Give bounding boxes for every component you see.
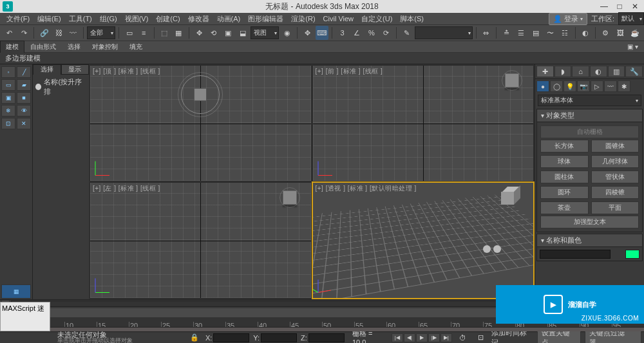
ribbon-tab-modeling[interactable]: 建模 (0, 41, 24, 53)
primitive-button-管状体[interactable]: 管状体 (591, 171, 639, 183)
prev-frame-button[interactable]: ◀| (404, 333, 415, 342)
cameras-subtab[interactable]: 📷 (577, 80, 590, 92)
window-crossing-button[interactable]: ▦ (172, 26, 185, 40)
select-move-button[interactable]: ✥ (193, 26, 206, 40)
menu-modifiers[interactable]: 修改器 (184, 14, 213, 24)
goto-end-button[interactable]: ▶| (440, 333, 452, 342)
login-button[interactable]: 👤登录▾ (549, 13, 587, 25)
helpers-subtab[interactable]: ▷ (591, 80, 603, 92)
ribbon-tab-populate[interactable]: 填充 (124, 41, 148, 53)
select-scale-button[interactable]: ▣ (222, 26, 235, 40)
isolate-toggle-icon[interactable]: ⊡ (474, 331, 488, 344)
menu-edit[interactable]: 编辑(E) (33, 14, 65, 24)
rect-select-region-button[interactable]: ⬚ (157, 26, 171, 40)
display-tab[interactable]: ▥ (608, 66, 625, 77)
element-mode-icon[interactable]: ▣ (1, 92, 15, 104)
primitive-button-茶壶[interactable]: 茶壶 (540, 201, 589, 214)
next-frame-button[interactable]: |▶ (428, 333, 440, 342)
menu-graph-editors[interactable]: 图形编辑器 (244, 14, 287, 24)
coord-z-input[interactable] (308, 333, 345, 342)
render-setup-button[interactable]: ⚙ (599, 26, 612, 40)
viewcube-left[interactable] (283, 190, 297, 205)
align-button[interactable]: ≛ (500, 26, 513, 40)
primitive-button-几何球体[interactable]: 几何球体 (591, 155, 639, 168)
menu-views[interactable]: 视图(V) (121, 14, 153, 24)
snap-toggle-button[interactable]: 3 (336, 26, 349, 40)
viewcube-front[interactable] (505, 73, 519, 88)
play-button[interactable]: ▶ (416, 333, 428, 342)
menu-file[interactable]: 文件(F) (3, 14, 33, 24)
isolate-icon[interactable]: ⊡ (1, 118, 15, 129)
rollout-object-type[interactable]: ▾ 对象类型 (536, 109, 643, 122)
primitive-button-平面[interactable]: 平面 (591, 201, 639, 214)
viewport-front-label[interactable]: [+] [前 ] [标准 ] [线框 ] (316, 67, 383, 76)
toggle-ribbon-button[interactable]: ▤ (529, 26, 543, 40)
viewport-left-label[interactable]: [+] [左 ] [标准 ] [线框 ] (93, 184, 160, 193)
ribbon-tab-object[interactable]: 对象控制 (86, 41, 124, 53)
scene-tab-select[interactable]: 选择 (33, 64, 61, 75)
xview-icon[interactable]: ✕ (17, 118, 31, 129)
freeze-icon[interactable]: ❄ (1, 105, 15, 116)
link-button[interactable]: 🔗 (37, 26, 51, 40)
steering-wheel-icon[interactable] (483, 245, 501, 253)
viewport-left[interactable]: [+] [左 ] [标准 ] [线框 ] (90, 182, 312, 299)
ribbon-tab-selection[interactable]: 选择 (62, 41, 86, 53)
scene-sort-label[interactable]: 名称(按升序排 (44, 77, 86, 97)
primitive-button-长方体[interactable]: 长方体 (540, 140, 589, 153)
menu-create[interactable]: 创建(C) (152, 14, 184, 24)
viewcube-top[interactable] (181, 75, 220, 114)
maximize-button[interactable]: □ (612, 2, 627, 11)
hierarchy-tab[interactable]: ⌂ (572, 66, 589, 77)
minimize-button[interactable]: — (596, 2, 612, 11)
viewport-top[interactable]: [+] [顶 ] [标准 ] [线框 ] (90, 65, 312, 181)
named-selset-dropdown[interactable] (415, 26, 473, 39)
viewport-perspective[interactable]: [+] [透视 ] [标准 ] [默认明暗处理 ] (312, 182, 535, 299)
ribbon-tab-freeform[interactable]: 自由形式 (24, 41, 62, 53)
manipulate-button[interactable]: ✥ (301, 26, 314, 40)
select-object-button[interactable]: ▭ (122, 26, 136, 40)
workspace-dropdown[interactable]: 默认 (618, 12, 644, 25)
enhanced-text-button[interactable]: 加强型文本 (540, 216, 639, 228)
menu-civil-view[interactable]: Civil View (319, 15, 357, 23)
lock-selection-icon[interactable]: 🔒 (187, 331, 202, 344)
rollout-name-color[interactable]: ▾ 名称和颜色 (536, 234, 643, 247)
border-mode-icon[interactable]: ▭ (1, 79, 15, 91)
primitive-button-圆柱体[interactable]: 圆柱体 (540, 171, 589, 183)
menu-rendering[interactable]: 渲染(R) (287, 14, 319, 24)
viewport-layout-icon[interactable]: ▦ (1, 284, 31, 299)
object-color-swatch[interactable] (625, 250, 639, 259)
scene-tab-display[interactable]: 显示 (61, 64, 90, 75)
spinner-snap-button[interactable]: ⟳ (379, 26, 393, 40)
ribbon-toggle-icon[interactable]: ▣ ▾ (621, 41, 644, 52)
rendered-frame-button[interactable]: 🖼 (614, 26, 627, 40)
mirror-button[interactable]: ⇔ (480, 26, 493, 40)
maxscript-mini-listener[interactable]: MAXScript 迷 (0, 302, 50, 331)
schematic-view-button[interactable]: ☷ (558, 26, 572, 40)
bind-spacewarp-button[interactable]: 〰 (67, 26, 80, 40)
modify-tab[interactable]: ◗ (554, 66, 572, 77)
create-tab[interactable]: ✚ (536, 66, 554, 77)
geometry-subtab[interactable]: ● (536, 80, 549, 92)
object-name-input[interactable] (540, 250, 611, 259)
unlink-button[interactable]: ⛓ (52, 26, 66, 40)
coord-y-input[interactable] (261, 333, 297, 342)
motion-tab[interactable]: ◐ (590, 66, 607, 77)
goto-start-button[interactable]: |◀ (392, 333, 403, 342)
select-place-button[interactable]: ⬓ (236, 26, 250, 40)
viewcube-persp[interactable] (501, 192, 520, 209)
ref-coord-dropdown[interactable]: 视图 (251, 26, 279, 39)
spacewarps-subtab[interactable]: 〰 (604, 80, 617, 92)
material-editor-button[interactable]: ◐ (578, 26, 592, 40)
viewport-persp-label[interactable]: [+] [透视 ] [标准 ] [默认明暗处理 ] (316, 184, 417, 193)
category-dropdown[interactable]: 标准基本体 (538, 95, 641, 106)
layers-button[interactable]: ☰ (515, 26, 528, 40)
systems-subtab[interactable]: ✱ (618, 80, 630, 92)
viewport-front[interactable]: [+] [前 ] [标准 ] [线框 ] (312, 65, 535, 181)
hide-icon[interactable]: 👁 (17, 105, 31, 116)
named-selset-edit-button[interactable]: ✎ (400, 26, 413, 40)
select-by-name-button[interactable]: ≡ (137, 26, 151, 40)
angle-snap-button[interactable]: ∠ (350, 26, 364, 40)
time-config-button[interactable]: ⏱ (456, 331, 470, 344)
menu-group[interactable]: 组(G) (96, 14, 121, 24)
autogrid-checkbox[interactable]: 自动栅格 (540, 125, 639, 138)
